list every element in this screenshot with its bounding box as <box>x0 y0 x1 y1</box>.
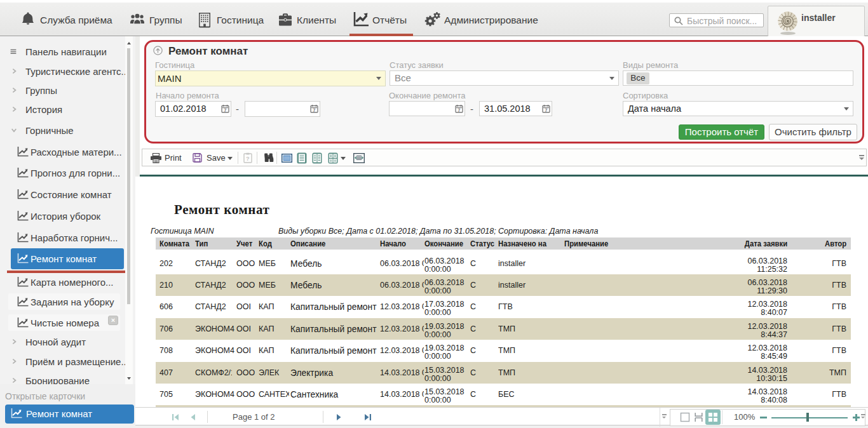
svg-text:7: 7 <box>224 108 227 112</box>
svg-text:7: 7 <box>545 108 548 112</box>
svg-text:?: ? <box>246 156 250 162</box>
svg-text:7: 7 <box>313 108 316 112</box>
svg-text:7: 7 <box>458 108 461 112</box>
